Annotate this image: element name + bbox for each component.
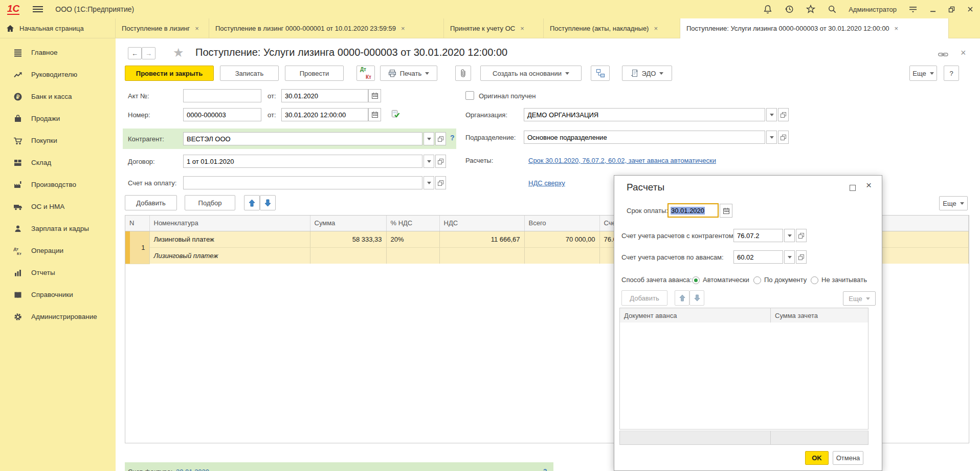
dialog-restore-icon[interactable] bbox=[850, 185, 856, 191]
radio-no-offset[interactable] bbox=[811, 276, 818, 284]
advance-table-body[interactable] bbox=[619, 323, 868, 430]
search-icon[interactable] bbox=[827, 4, 837, 14]
sidebar-item-hr[interactable]: Зарплата и кадры bbox=[0, 218, 116, 240]
history-clock-icon[interactable] bbox=[784, 4, 794, 14]
restore-button[interactable] bbox=[948, 6, 955, 13]
current-user[interactable]: Администратор bbox=[849, 6, 897, 13]
account-advance-input[interactable]: 60.02 bbox=[733, 250, 783, 264]
document-date-input[interactable]: 30.01.2020 12:00:00 bbox=[281, 108, 368, 121]
main-menu-burger-icon[interactable] bbox=[33, 6, 43, 12]
invoice-footer-date-link[interactable]: 30.01.2020 bbox=[176, 468, 209, 471]
move-row-down-button[interactable] bbox=[260, 195, 276, 210]
close-document-icon[interactable]: × bbox=[961, 48, 966, 58]
number-input[interactable]: 0000-000003 bbox=[183, 108, 261, 121]
contractor-open-button[interactable] bbox=[435, 132, 446, 145]
pick-items-button[interactable]: Подбор bbox=[185, 195, 235, 210]
close-window-button[interactable] bbox=[967, 6, 974, 13]
tab-leasing-list[interactable]: Поступление в лизинг × bbox=[116, 18, 209, 38]
total-cell[interactable]: 70 000,00 bbox=[524, 231, 599, 247]
col-advance-document[interactable]: Документ аванса bbox=[620, 308, 771, 323]
payment-invoice-dropdown-button[interactable] bbox=[424, 176, 434, 189]
post-and-close-button[interactable]: Провести и закрыть bbox=[125, 66, 214, 81]
sidebar-item-bank[interactable]: ₽ Банк и касса bbox=[0, 85, 116, 108]
notifications-bell-icon[interactable] bbox=[763, 4, 773, 14]
service-menu-icon[interactable] bbox=[908, 5, 918, 13]
payment-invoice-input[interactable] bbox=[183, 176, 422, 189]
sidebar-item-warehouse[interactable]: Склад bbox=[0, 152, 116, 174]
dt-kt-postings-button[interactable]: Дт Кт bbox=[357, 66, 375, 81]
sidebar-item-reports[interactable]: Отчеты bbox=[0, 262, 116, 284]
account-advance-open-button[interactable] bbox=[796, 250, 807, 264]
settlements-link[interactable]: Срок 30.01.2020, 76.07.2, 60.02, зачет а… bbox=[528, 157, 716, 164]
account-advance-dropdown-button[interactable] bbox=[784, 250, 795, 264]
sidebar-item-main[interactable]: Главное bbox=[0, 41, 116, 63]
dialog-add-row-button[interactable]: Добавить bbox=[621, 290, 667, 306]
act-date-calendar-button[interactable] bbox=[368, 89, 381, 102]
tab-home[interactable]: Начальная страница bbox=[0, 18, 116, 38]
vat-rate-cell[interactable]: 20% bbox=[386, 231, 439, 247]
create-based-on-button[interactable]: Создать на основании bbox=[480, 66, 582, 81]
sidebar-item-os-nma[interactable]: ОС и НМА bbox=[0, 196, 116, 218]
organization-open-button[interactable] bbox=[778, 108, 789, 121]
link-icon[interactable] bbox=[938, 51, 948, 59]
col-nomenclature[interactable]: Номенклатура bbox=[149, 216, 310, 231]
account-contractor-open-button[interactable] bbox=[796, 229, 807, 242]
organization-input[interactable]: ДЕМО ОРГАНИЗАЦИЯ bbox=[524, 108, 765, 121]
account-contractor-input[interactable]: 76.07.2 bbox=[733, 229, 783, 242]
sidebar-item-references[interactable]: Справочники bbox=[0, 284, 116, 306]
due-date-calendar-button[interactable] bbox=[720, 204, 732, 218]
help-button[interactable]: ? bbox=[944, 66, 959, 81]
linked-documents-button[interactable] bbox=[591, 66, 610, 81]
act-number-input[interactable] bbox=[183, 89, 261, 102]
tab-close-icon[interactable]: × bbox=[195, 25, 199, 32]
empty-cell[interactable] bbox=[310, 247, 386, 264]
col-total[interactable]: Всего bbox=[524, 216, 599, 231]
col-vat-rate[interactable]: % НДС bbox=[386, 216, 439, 231]
dialog-more-button[interactable]: Еще bbox=[843, 291, 876, 306]
sidebar-item-production[interactable]: Производство bbox=[0, 174, 116, 196]
col-sum[interactable]: Сумма bbox=[310, 216, 386, 231]
tab-current-receipt[interactable]: Поступление: Услуги лизинга 0000-000003 … bbox=[680, 18, 949, 38]
due-date-input[interactable]: 30.01.2020 bbox=[667, 203, 719, 218]
contractor-dropdown-button[interactable] bbox=[424, 132, 434, 145]
ok-button[interactable]: OK bbox=[805, 451, 829, 465]
row-number-cell[interactable]: 1 bbox=[125, 231, 149, 264]
tab-receipts-list[interactable]: Поступление (акты, накладные) × bbox=[544, 18, 680, 38]
radio-by-document[interactable] bbox=[753, 276, 761, 284]
original-received-checkbox[interactable] bbox=[465, 91, 474, 100]
account-contractor-dropdown-button[interactable] bbox=[784, 229, 795, 242]
tab-close-icon[interactable]: × bbox=[654, 25, 658, 32]
sidebar-item-sales[interactable]: Продажи bbox=[0, 108, 116, 130]
tab-leasing-doc1[interactable]: Поступление в лизинг 0000-000001 от 10.0… bbox=[209, 18, 444, 38]
vat-cell[interactable]: 11 666,67 bbox=[439, 231, 524, 247]
vat-mode-link[interactable]: НДС сверху bbox=[528, 179, 565, 187]
contract-dropdown-button[interactable] bbox=[424, 155, 434, 168]
document-date-calendar-button[interactable] bbox=[368, 108, 381, 121]
empty-cell[interactable] bbox=[439, 247, 524, 264]
empty-cell[interactable] bbox=[386, 247, 439, 264]
sidebar-item-purchases[interactable]: Покупки bbox=[0, 130, 116, 152]
organization-dropdown-button[interactable] bbox=[766, 108, 777, 121]
tab-close-icon[interactable]: × bbox=[895, 25, 899, 32]
department-input[interactable]: Основное подразделение bbox=[524, 131, 765, 144]
tab-os-accept[interactable]: Принятие к учету ОС × bbox=[444, 18, 544, 38]
nomenclature-cell[interactable]: Лизинговый платеж bbox=[149, 231, 310, 247]
empty-cell[interactable] bbox=[524, 247, 599, 264]
dialog-close-icon[interactable]: × bbox=[866, 180, 872, 191]
contractor-help-icon[interactable]: ? bbox=[450, 134, 455, 142]
back-button[interactable]: ← bbox=[128, 47, 142, 59]
contract-input[interactable]: 1 от 01.01.2020 bbox=[183, 155, 422, 168]
payment-invoice-open-button[interactable] bbox=[435, 176, 446, 189]
tab-close-icon[interactable]: × bbox=[520, 25, 524, 32]
add-row-button[interactable]: Добавить bbox=[125, 195, 177, 210]
sidebar-item-manager[interactable]: Руководителю bbox=[0, 63, 116, 85]
department-dropdown-button[interactable] bbox=[766, 131, 777, 144]
print-button[interactable]: Печать bbox=[380, 66, 437, 81]
contractor-input[interactable]: ВЕСТЭЛ ООО bbox=[183, 132, 422, 145]
col-n[interactable]: N bbox=[125, 216, 149, 231]
edo-button[interactable]: ЭДО bbox=[622, 66, 672, 81]
more-button[interactable]: Еще bbox=[909, 66, 937, 81]
forward-button[interactable]: → bbox=[142, 47, 155, 59]
act-date-input[interactable]: 30.01.2020 bbox=[281, 89, 368, 102]
post-button[interactable]: Провести bbox=[285, 66, 344, 81]
